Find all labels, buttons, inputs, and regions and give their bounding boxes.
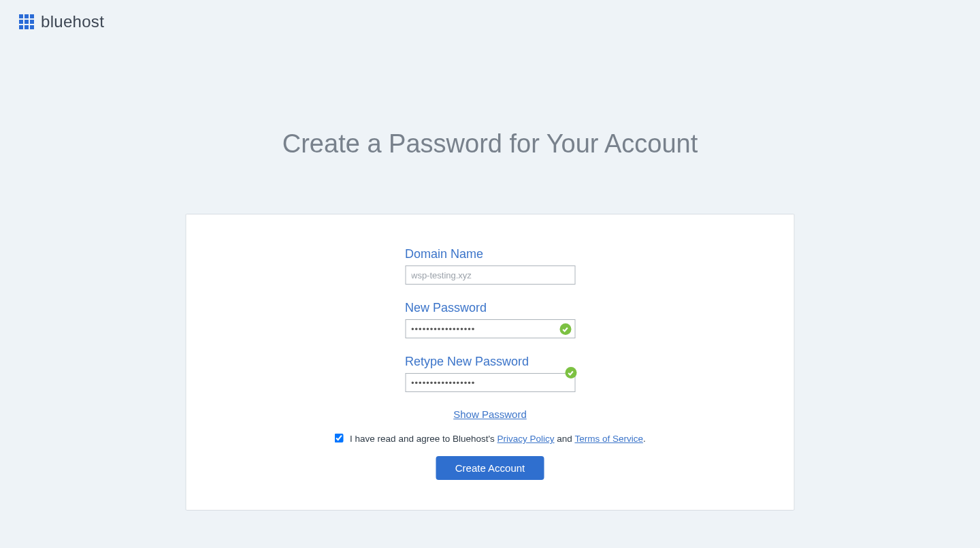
grid-icon [19,14,34,29]
privacy-policy-link[interactable]: Privacy Policy [497,434,555,444]
domain-field-block: Domain Name [405,247,575,285]
agree-text-suffix: . [643,434,646,444]
brand-name: bluehost [41,12,104,31]
page-title: Create a Password for Your Account [0,129,980,159]
new-password-input[interactable] [405,319,575,338]
new-password-label: New Password [405,301,575,315]
agree-text-prefix: I have read and agree to Bluehost's [350,434,497,444]
show-password-link[interactable]: Show Password [453,408,527,420]
agree-checkbox[interactable] [334,434,343,442]
check-circle-icon [559,323,571,335]
brand-logo: bluehost [19,12,104,31]
domain-label: Domain Name [405,247,575,261]
check-circle-icon [565,367,576,378]
agree-row: I have read and agree to Bluehost's Priv… [214,434,767,444]
password-form-card: Domain Name New Password Retype New Pass… [186,214,795,511]
create-account-button[interactable]: Create Account [436,456,544,480]
new-password-field-block: New Password [405,301,575,338]
retype-password-label: Retype New Password [405,355,575,369]
terms-of-service-link[interactable]: Terms of Service [574,434,643,444]
retype-password-input[interactable] [405,373,575,392]
agree-text-joiner: and [555,434,575,444]
domain-input [405,265,575,285]
retype-password-field-block: Retype New Password [405,355,575,392]
